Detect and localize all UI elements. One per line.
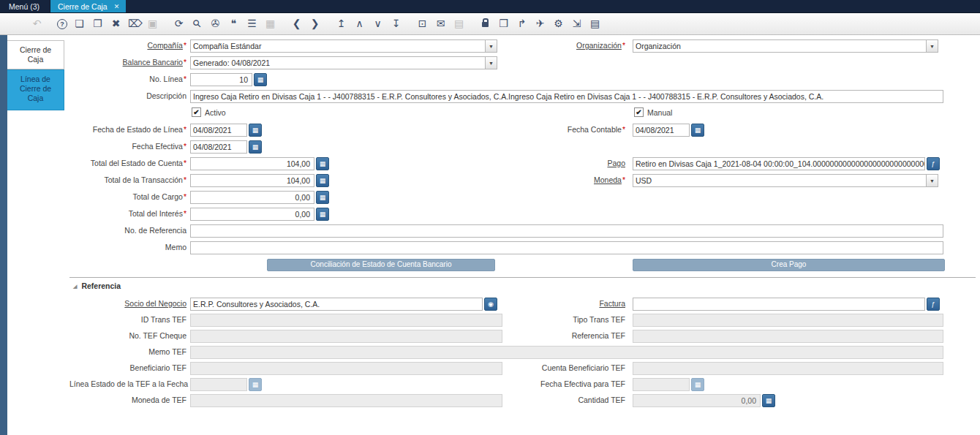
calendar-button[interactable]: ▦ — [249, 124, 262, 137]
toolbar: ↶ ? ❏ ❐ ✖ ⌦ ▣ ⟳ ⚲ ✇ ❝ ☰ ▦ ❮ ❯ ↥ ∧ ∨ ↧ ⊡ … — [0, 13, 980, 35]
record-button[interactable]: ƒ — [927, 298, 940, 311]
chat-icon[interactable]: ❝ — [227, 18, 240, 30]
crea-pago-button[interactable]: Crea Pago — [633, 259, 945, 271]
archive-icon[interactable]: ✉ — [434, 18, 447, 30]
calculator-button[interactable]: ▦ — [254, 73, 267, 86]
send-icon[interactable]: ✈ — [534, 18, 546, 30]
find-icon[interactable]: ⚲ — [188, 15, 206, 32]
tipo-trans-tef-label: Tipo Trans TEF — [450, 315, 625, 324]
calculator-button[interactable]: ▦ — [316, 208, 329, 221]
calculator-button[interactable]: ▦ — [762, 394, 775, 407]
record-button[interactable]: ƒ — [927, 157, 940, 170]
refresh-icon[interactable]: ⟳ — [173, 18, 185, 30]
moneda-label[interactable]: Moneda* — [450, 175, 625, 184]
down-record-icon[interactable]: ∨ — [372, 18, 384, 30]
menu-button[interactable]: Menú (3) — [0, 0, 50, 12]
activo-checkbox[interactable]: ✔ Activo — [192, 107, 226, 117]
chevron-down-icon[interactable]: ▼ — [485, 57, 497, 69]
tab-list: Cierre de Caja Línea de Cierre de Caja — [7, 40, 64, 110]
check-icon: ✔ — [634, 107, 644, 117]
first-record-icon[interactable]: ↥ — [335, 18, 347, 30]
socio-negocio-input[interactable]: E.R.P. Consultores y Asociados, C.A. — [190, 298, 483, 311]
up-record-icon[interactable]: ∧ — [353, 18, 366, 30]
attachment-icon[interactable]: ✇ — [209, 18, 222, 30]
memo-tef-label: Memo TEF — [69, 347, 186, 356]
previous-record-icon[interactable]: ❮ — [290, 18, 303, 30]
descripcion-input[interactable]: Ingreso Caja Retiro en Divisas Caja 1 - … — [190, 90, 943, 103]
conciliacion-button[interactable]: Conciliación de Estado de Cuenta Bancari… — [267, 259, 495, 271]
workflow-icon[interactable]: ↱ — [516, 18, 528, 30]
tab-linea-de-cierre-de-caja[interactable]: Línea de Cierre de Caja — [7, 69, 64, 110]
total-cargo-input[interactable]: 0,00 — [190, 191, 314, 204]
calculator-button[interactable]: ▦ — [316, 174, 329, 187]
grid-toggle-icon[interactable]: ▦ — [264, 18, 276, 30]
organizacion-label[interactable]: Organización* — [450, 41, 625, 50]
form-panel: Compañía* Compañía Estándar ▼ Organizaci… — [69, 39, 980, 275]
compania-label[interactable]: Compañía* — [69, 41, 186, 50]
balance-bancario-value: Generado: 04/08/2021 — [191, 57, 485, 69]
pago-input[interactable]: Retiro en Divisas Caja 1_2021-08-04 00:0… — [633, 157, 925, 170]
balance-bancario-label[interactable]: Balance Bancario* — [69, 58, 186, 67]
delete-selection-icon[interactable]: ⌦ — [128, 18, 140, 30]
requests-icon[interactable]: ⊡ — [416, 18, 429, 30]
print-icon[interactable]: ▤ — [453, 18, 465, 30]
total-estado-cuenta-input[interactable]: 104,00 — [190, 157, 314, 170]
compania-value: Compañía Estándar — [191, 40, 485, 52]
chevron-down-icon[interactable]: ▼ — [926, 175, 938, 186]
total-estado-cuenta-label: Total del Estado de Cuenta* — [69, 159, 186, 167]
save-icon[interactable]: ▣ — [146, 18, 159, 30]
undo-icon[interactable]: ↶ — [31, 18, 43, 30]
window-tab-cierre-de-caja[interactable]: Cierre de Caja ✕ — [50, 0, 126, 12]
chevron-down-icon[interactable]: ▼ — [926, 40, 938, 52]
calendar-button[interactable]: ▦ — [691, 124, 704, 137]
last-record-icon[interactable]: ↧ — [390, 18, 402, 30]
referencia-panel: Socio del Negocio E.R.P. Consultores y A… — [69, 298, 980, 410]
referencia-tef-label: Referencia TEF — [450, 331, 625, 340]
export-icon[interactable]: ⇲ — [570, 18, 583, 30]
copy-record-icon[interactable]: ❐ — [91, 18, 104, 30]
calculator-button[interactable]: ▦ — [316, 157, 329, 170]
menu-lines-icon[interactable]: ☰ — [246, 18, 258, 30]
calculator-button[interactable]: ▦ — [316, 191, 329, 204]
balance-bancario-select[interactable]: Generado: 04/08/2021 ▼ — [190, 56, 497, 69]
next-record-icon[interactable]: ❯ — [309, 18, 321, 30]
factura-input[interactable] — [633, 298, 925, 311]
fecha-estado-linea-input[interactable]: 04/08/2021 — [190, 124, 247, 137]
fecha-efectiva-input[interactable]: 04/08/2021 — [190, 140, 247, 154]
organizacion-select[interactable]: Organización ▼ — [633, 39, 938, 53]
lock-icon[interactable] — [479, 18, 491, 30]
close-icon[interactable]: ✕ — [114, 2, 120, 12]
row-no-linea: No. Línea* 10 ▦ — [69, 73, 980, 86]
total-interes-input[interactable]: 0,00 — [190, 208, 314, 221]
linea-estado-tef-input — [190, 378, 247, 391]
row-total-transaccion-moneda: Total de la Transacción* 104,00 ▦ Moneda… — [69, 174, 980, 187]
settings-icon[interactable]: ⚙ — [552, 18, 565, 30]
beneficiario-tef-label: Beneficiario TEF — [69, 363, 186, 372]
delete-record-icon[interactable]: ✖ — [110, 18, 122, 30]
calendar-button: ▦ — [691, 378, 704, 391]
new-record-icon[interactable]: ❏ — [73, 18, 86, 30]
row-socio-factura: Socio del Negocio E.R.P. Consultores y A… — [69, 298, 980, 311]
fecha-efectiva-tef-input — [633, 378, 690, 391]
socio-negocio-label[interactable]: Socio del Negocio — [69, 299, 186, 308]
no-linea-input[interactable]: 10 — [190, 73, 252, 86]
moneda-select[interactable]: USD ▼ — [633, 174, 938, 187]
fecha-estado-linea-label: Fecha de Estado de Línea* — [69, 125, 186, 134]
organizacion-value: Organización — [633, 40, 926, 52]
no-referencia-input[interactable] — [190, 224, 943, 238]
pago-label[interactable]: Pago — [450, 159, 625, 167]
tab-cierre-de-caja[interactable]: Cierre de Caja — [7, 40, 64, 69]
row-no-referencia: No. de Referencia — [69, 224, 980, 238]
collapse-icon[interactable]: ◢ — [73, 284, 77, 289]
zoom-across-icon[interactable]: ❒ — [497, 18, 510, 30]
factura-label[interactable]: Factura — [450, 299, 625, 308]
calendar-button[interactable]: ▦ — [249, 140, 262, 154]
fecha-contable-input[interactable]: 04/08/2021 — [633, 124, 690, 137]
referencia-section-header[interactable]: ◢Referencia — [73, 281, 121, 290]
row-descripcion: Descripción Ingreso Caja Retiro en Divis… — [69, 90, 980, 103]
help-icon[interactable]: ? — [57, 19, 67, 29]
memo-input[interactable] — [190, 241, 943, 254]
manual-checkbox[interactable]: ✔ Manual — [634, 107, 672, 117]
report-icon[interactable]: ▤ — [589, 18, 601, 30]
total-transaccion-input[interactable]: 104,00 — [190, 174, 314, 187]
